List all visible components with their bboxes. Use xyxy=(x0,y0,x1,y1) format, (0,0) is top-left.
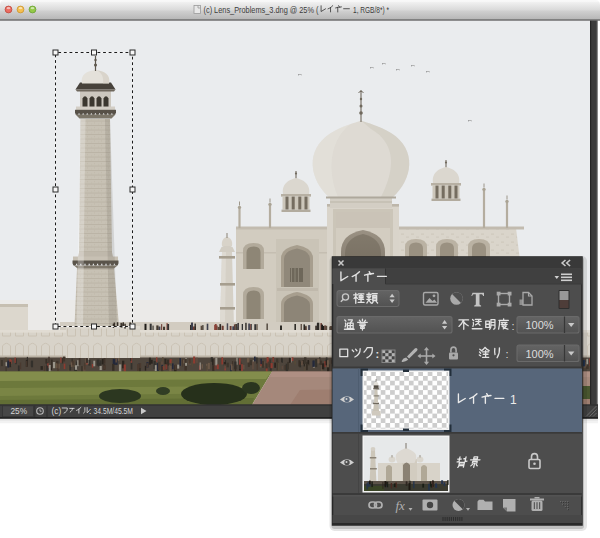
svg-text:100%: 100% xyxy=(526,319,554,331)
svg-text::: : xyxy=(506,348,509,360)
svg-text:1: 1 xyxy=(510,393,517,407)
svg-text::: : xyxy=(376,348,380,360)
svg-text:(c): (c) xyxy=(52,406,62,416)
svg-text:1, RGB/8*) *: 1, RGB/8*) * xyxy=(353,5,389,15)
svg-text:25%: 25% xyxy=(11,406,28,416)
svg-text:34.5M/45.5M: 34.5M/45.5M xyxy=(94,406,134,416)
svg-text:fx: fx xyxy=(396,498,406,513)
svg-text:100%: 100% xyxy=(526,348,554,360)
svg-text:(c) Lens_Problems_3.dng @ 25%: (c) Lens_Problems_3.dng @ 25% ( xyxy=(204,5,319,15)
svg-text::: : xyxy=(512,320,515,332)
svg-text::: : xyxy=(89,406,91,416)
